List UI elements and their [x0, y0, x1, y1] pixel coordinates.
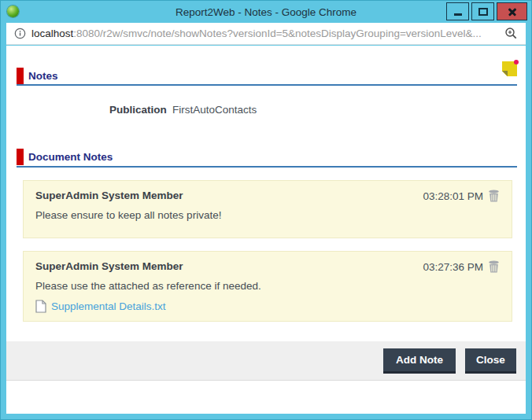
add-note-button[interactable]: Add Note	[383, 348, 456, 374]
minimize-button[interactable]	[446, 2, 469, 20]
maximize-button[interactable]	[471, 2, 494, 20]
zoom-icon[interactable]	[504, 27, 518, 40]
publication-value: FirstAutoContacts	[172, 104, 257, 116]
section-accent-bar	[17, 149, 24, 165]
delete-note-icon[interactable]	[488, 260, 500, 273]
sticky-note-pin	[514, 60, 519, 64]
notes-page: Notes Publication FirstAutoContacts Docu…	[6, 46, 526, 414]
document-notes-section-title: Document Notes	[28, 151, 113, 163]
note-author: SuperAdmin System Member	[35, 260, 183, 272]
notes-section-title: Notes	[28, 70, 58, 82]
note-meta: 03:27:36 PM	[423, 260, 500, 273]
maximize-icon	[478, 8, 488, 16]
note-card: SuperAdmin System Member 03:27:36 PM Ple…	[23, 251, 512, 322]
sticky-note-icon[interactable]	[502, 61, 517, 76]
publication-row: Publication FirstAutoContacts	[6, 104, 526, 118]
minimize-icon	[454, 13, 462, 16]
close-icon	[508, 7, 517, 17]
note-card-header: SuperAdmin System Member 03:28:01 PM	[35, 190, 500, 202]
window-controls	[444, 2, 527, 20]
delete-note-icon[interactable]	[488, 190, 500, 202]
close-button[interactable]: Close	[465, 348, 516, 374]
note-card: SuperAdmin System Member 03:28:01 PM Ple…	[23, 180, 512, 238]
close-window-button[interactable]	[497, 2, 527, 20]
note-timestamp: 03:28:01 PM	[423, 190, 483, 202]
url-text[interactable]: localhost:8080/r2w/smvc/note/showNotes?v…	[31, 28, 498, 39]
section-accent-bar	[17, 68, 24, 84]
file-icon	[35, 300, 46, 313]
section-divider	[17, 166, 517, 168]
url-path: :8080/r2w/smvc/note/showNotes?versionId=…	[73, 28, 482, 39]
address-bar[interactable]: localhost:8080/r2w/smvc/note/showNotes?v…	[6, 23, 526, 45]
title-bar[interactable]: Report2Web - Notes - Google Chrome	[1, 1, 531, 23]
attachment-link[interactable]: Supplemental Details.txt	[35, 300, 500, 313]
notes-section-header: Notes	[17, 68, 58, 84]
url-host: localhost	[31, 28, 73, 39]
note-body: Please ensure to keep all notes private!	[35, 209, 500, 221]
note-card-header: SuperAdmin System Member 03:27:36 PM	[35, 260, 500, 273]
attachment-filename: Supplemental Details.txt	[51, 300, 166, 312]
app-icon	[7, 6, 19, 17]
note-meta: 03:28:01 PM	[423, 190, 500, 202]
document-notes-section-header: Document Notes	[17, 149, 113, 165]
browser-window: Report2Web - Notes - Google Chrome local…	[0, 0, 532, 420]
section-divider	[17, 84, 517, 86]
note-author: SuperAdmin System Member	[35, 190, 183, 201]
note-body: Please use the attached as reference if …	[35, 280, 500, 292]
footer-bar: Add Note Close	[6, 341, 526, 381]
publication-label: Publication	[109, 104, 167, 116]
note-timestamp: 03:27:36 PM	[423, 261, 483, 273]
page-info-icon[interactable]	[14, 28, 26, 39]
